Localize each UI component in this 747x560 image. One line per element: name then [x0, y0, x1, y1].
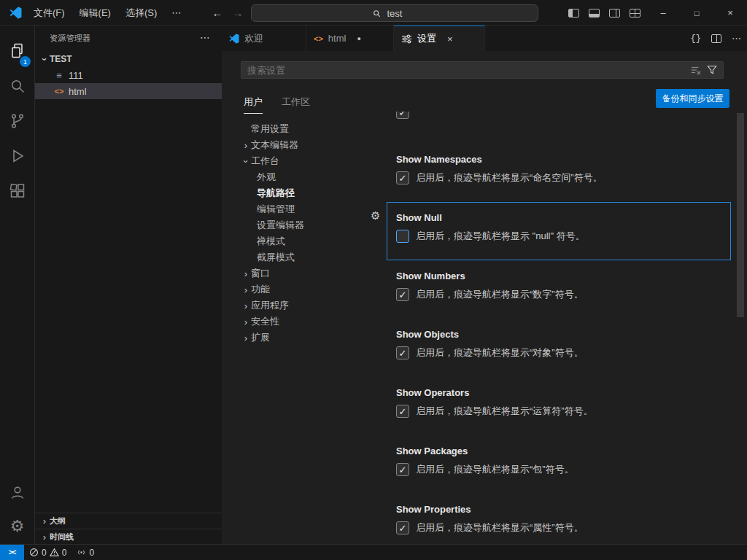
problems-indicator[interactable]: 0 0: [24, 545, 71, 560]
clear-filters-icon[interactable]: [691, 65, 701, 75]
chevron-right-icon: ›: [241, 300, 251, 311]
extensions-icon[interactable]: [0, 176, 34, 206]
close-button[interactable]: ×: [713, 0, 747, 26]
toggle-panel-icon[interactable]: [589, 9, 600, 18]
timeline-section[interactable]: › 时间线: [35, 529, 222, 545]
run-debug-icon[interactable]: [0, 141, 34, 171]
back-icon[interactable]: ←: [207, 0, 228, 26]
accounts-icon[interactable]: [0, 478, 34, 507]
warning-count: 0: [62, 548, 67, 558]
checkbox[interactable]: ✓: [396, 521, 409, 534]
checkbox[interactable]: ✓: [396, 288, 409, 301]
toc-item-common[interactable]: 常用设置: [241, 121, 379, 137]
source-control-icon[interactable]: [0, 106, 34, 136]
chevron-right-icon: ›: [241, 284, 251, 295]
search-input[interactable]: [386, 7, 418, 20]
search-view-icon[interactable]: [0, 71, 34, 101]
tab-welcome[interactable]: 欢迎: [222, 26, 306, 51]
menu-file[interactable]: 文件(F): [26, 7, 72, 20]
vscode-window: 文件(F) 编辑(E) 选择(S) ⋯ ← → – □ ×: [0, 0, 747, 560]
status-bar: >< 0 0 0: [0, 544, 747, 560]
toc-item-security[interactable]: › 安全性: [241, 314, 379, 330]
sidebar-more-icon[interactable]: ⋯: [200, 31, 210, 43]
toc-label: 常用设置: [251, 122, 289, 136]
setting-gear-icon[interactable]: ⚙: [371, 209, 380, 222]
error-count: 0: [42, 548, 47, 558]
checkbox[interactable]: ✓: [396, 346, 409, 359]
menu-edit[interactable]: 编辑(E): [72, 7, 118, 20]
chevron-right-icon: ›: [241, 268, 251, 279]
sidebar-header: 资源管理器 ⋯: [35, 26, 222, 51]
toc-label: 禅模式: [257, 235, 285, 248]
root-folder-label: TEST: [50, 54, 72, 64]
toc-label: 窗口: [251, 267, 270, 280]
setting-description: 启用后，痕迹导航栏将显示“对象”符号。: [416, 346, 584, 359]
settings-search-input[interactable]: [241, 65, 691, 76]
file-row-111[interactable]: ≡ 111: [35, 67, 222, 83]
setting-description: 启用后，痕迹导航栏将显示“运算符”符号。: [416, 405, 593, 418]
scrollbar-thumb[interactable]: [737, 113, 744, 317]
toc-item-application[interactable]: › 应用程序: [241, 298, 379, 314]
filter-icon[interactable]: [707, 65, 717, 75]
split-editor-icon[interactable]: [711, 34, 721, 43]
settings-search-bar[interactable]: [241, 61, 724, 79]
file-row-html[interactable]: <> html: [35, 83, 222, 99]
minimize-button[interactable]: –: [646, 0, 680, 26]
manage-gear-icon[interactable]: ⚙: [0, 512, 34, 541]
clipped-checkbox[interactable]: ✓: [396, 112, 409, 120]
open-settings-json-icon[interactable]: {}: [691, 34, 701, 44]
maximize-button[interactable]: □: [680, 0, 713, 26]
checkbox[interactable]: ✓: [396, 463, 409, 476]
setting-title: Show Packages: [396, 446, 732, 459]
toc-item-window[interactable]: › 窗口: [241, 265, 379, 281]
scope-tab-workspace[interactable]: 工作区: [282, 90, 310, 113]
forward-icon[interactable]: →: [228, 0, 248, 26]
explorer-icon[interactable]: 1: [0, 36, 34, 66]
toggle-sidebar-icon[interactable]: [568, 9, 579, 18]
toc-item-features[interactable]: › 功能: [241, 281, 379, 298]
setting-title: Show Properties: [396, 504, 732, 517]
setting-description: 启用后，痕迹导航栏将显示“命名空间”符号。: [416, 171, 603, 184]
tab-settings[interactable]: 设置 ×: [394, 26, 485, 51]
outline-section[interactable]: › 大纲: [35, 513, 222, 529]
scope-tab-user[interactable]: 用户: [244, 90, 263, 114]
setting-show-packages: Show Packages ✓ 启用后，痕迹导航栏将显示“包”符号。: [396, 446, 732, 476]
setting-title: Show Operators: [396, 387, 732, 400]
toggle-secondary-sidebar-icon[interactable]: [609, 9, 620, 18]
ports-indicator[interactable]: 0: [71, 545, 99, 560]
menu-more[interactable]: ⋯: [164, 7, 188, 18]
backup-sync-settings-button[interactable]: 备份和同步设置: [656, 89, 729, 108]
explorer-badge: 1: [20, 56, 31, 67]
tree-root-test[interactable]: › TEST: [35, 51, 222, 67]
text-file-icon: ≡: [53, 70, 66, 81]
toc-item-text-editor[interactable]: › 文本编辑器: [241, 137, 379, 153]
close-tab-icon[interactable]: ×: [447, 34, 453, 44]
toc-item-extensions[interactable]: › 扩展: [241, 330, 379, 346]
checkbox[interactable]: [396, 230, 409, 243]
toc-item-workbench[interactable]: › 工作台: [241, 153, 379, 169]
toc-item-zen-mode[interactable]: 禅模式: [241, 233, 395, 249]
timeline-label: 时间线: [50, 532, 74, 542]
dirty-dot-icon[interactable]: ●: [357, 35, 360, 42]
command-center-search[interactable]: [251, 4, 538, 22]
toc-item-breadcrumbs[interactable]: 导航路径: [241, 185, 395, 201]
search-icon: [372, 9, 382, 18]
more-actions-icon[interactable]: ⋯: [732, 33, 741, 44]
checkbox[interactable]: ✓: [396, 171, 409, 184]
toc-item-screencast[interactable]: 截屏模式: [241, 249, 395, 265]
tab-label: 欢迎: [244, 32, 263, 45]
outline-label: 大纲: [50, 516, 66, 526]
toc-item-appearance[interactable]: 外观: [241, 169, 395, 185]
chevron-down-icon: ›: [39, 54, 50, 64]
chevron-right-icon: ›: [241, 332, 251, 343]
tab-html[interactable]: <> html ●: [306, 26, 394, 51]
remote-indicator[interactable]: ><: [0, 545, 24, 560]
menu-selection[interactable]: 选择(S): [118, 7, 164, 20]
toc-label: 安全性: [251, 315, 279, 328]
checkbox[interactable]: ✓: [396, 405, 409, 418]
setting-show-objects: Show Objects ✓ 启用后，痕迹导航栏将显示“对象”符号。: [396, 329, 732, 359]
chevron-right-icon: ›: [241, 316, 251, 327]
customize-layout-icon[interactable]: [630, 9, 640, 18]
html-file-icon: <>: [53, 87, 66, 96]
scope-label: 用户: [244, 96, 263, 109]
